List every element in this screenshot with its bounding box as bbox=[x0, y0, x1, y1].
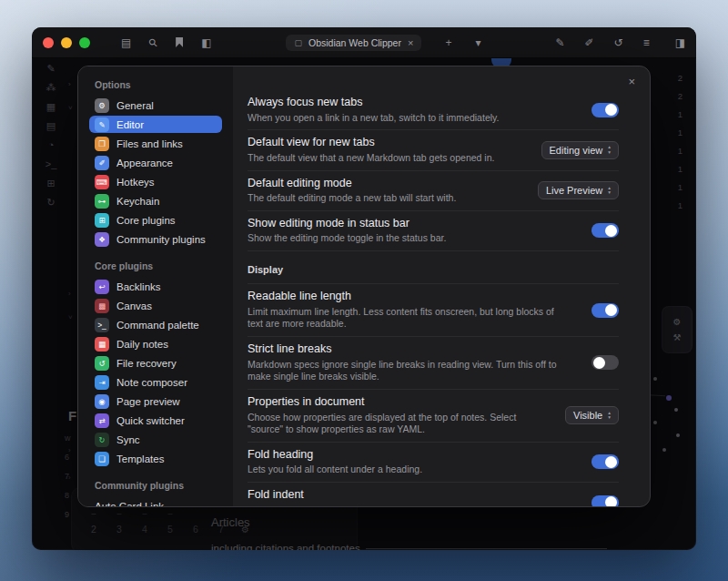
settings-tab-note-composer[interactable]: ⇥Note composer bbox=[89, 373, 222, 391]
core-plugins-icon: ⊞ bbox=[95, 213, 109, 228]
dropdown-default-editing-mode[interactable]: Live Preview▴▾ bbox=[538, 181, 619, 199]
page-preview-icon: ◉ bbox=[95, 394, 109, 409]
tab-obsidian-web-clipper[interactable]: ▢ Obsidian Web Clipper × bbox=[286, 35, 421, 51]
settings-tab-daily-notes[interactable]: ▦Daily notes bbox=[89, 335, 222, 352]
zoom-window-button[interactable] bbox=[79, 37, 90, 48]
setting-name: Fold heading bbox=[248, 448, 422, 463]
settings-content: × Always focus new tabsWhen you open a l… bbox=[233, 66, 650, 506]
quick-switcher-icon: ⇄ bbox=[95, 413, 109, 428]
dropdown-properties-in-document[interactable]: Visible▴▾ bbox=[565, 406, 619, 424]
setting-description: Markdown specs ignore single line breaks… bbox=[248, 359, 557, 383]
dropdown-value: Visible bbox=[573, 410, 602, 421]
sidebar-item-label: Page preview bbox=[116, 396, 180, 407]
traffic-lights bbox=[43, 37, 90, 48]
toggle-readable-line-length[interactable] bbox=[592, 303, 619, 318]
setting-row-default-editing-mode: Default editing modeThe default editing … bbox=[248, 170, 619, 210]
keychain-icon: ⊶ bbox=[95, 194, 109, 209]
sidebar-item-label: Core plugins bbox=[116, 215, 176, 226]
dropdown-chevrons-icon: ▴▾ bbox=[608, 186, 611, 196]
setting-name: Strict line breaks bbox=[248, 342, 557, 357]
sidebar-item-label: Hotkeys bbox=[116, 177, 155, 188]
templates-icon: ❏ bbox=[95, 452, 109, 466]
desktop-wallpaper: ▤⚲◧ ▢ Obsidian Web Clipper × + ▾ ✎✐↺≡ ◨ … bbox=[0, 0, 728, 581]
settings-tab-quick-switcher[interactable]: ⇄Quick switcher bbox=[89, 412, 222, 429]
settings-tab-file-recovery[interactable]: ↺File recovery bbox=[89, 354, 222, 372]
sidebar-item-label: Note composer bbox=[116, 377, 187, 388]
close-icon[interactable]: × bbox=[628, 75, 635, 88]
new-tab-button[interactable]: + bbox=[445, 37, 451, 48]
toggle-knob bbox=[605, 496, 617, 506]
setting-row-fold-heading: Fold headingLets you fold all content un… bbox=[248, 442, 619, 482]
sidebar-item-label: Templates bbox=[116, 454, 164, 464]
toggle-knob bbox=[605, 304, 617, 316]
toggle-always-focus-new-tabs[interactable] bbox=[592, 103, 619, 117]
tab-list-chevron-icon[interactable]: ▾ bbox=[475, 37, 480, 48]
dropdown-default-view-for-new-tabs[interactable]: Editing view▴▾ bbox=[541, 141, 619, 159]
setting-description: When you open a link in a new tab, switc… bbox=[248, 112, 499, 125]
minimize-window-button[interactable] bbox=[61, 37, 72, 48]
sidebar-section-header: Options bbox=[95, 79, 217, 90]
settings-tab-auto-card-link[interactable]: Auto Card Link bbox=[89, 497, 222, 507]
settings-tab-command-palette[interactable]: >_Command palette bbox=[89, 316, 222, 333]
setting-description: Lets you fold part of an indentation, su… bbox=[248, 505, 454, 506]
setting-description: Show the editing mode toggle in the stat… bbox=[248, 232, 446, 245]
sidebar-item-label: Quick switcher bbox=[116, 415, 185, 426]
edit-alt-icon[interactable]: ✐ bbox=[585, 37, 594, 48]
settings-tab-hotkeys[interactable]: ⌨Hotkeys bbox=[89, 173, 222, 190]
toggle-strict-line-breaks[interactable] bbox=[592, 355, 619, 370]
setting-name: Default editing mode bbox=[248, 177, 456, 191]
setting-name: Always focus new tabs bbox=[248, 96, 499, 110]
settings-tab-community-plugins[interactable]: ❖Community plugins bbox=[89, 230, 222, 248]
right-sidebar-toggle-icon[interactable]: ◨ bbox=[675, 36, 685, 49]
sidebar-item-label: Canvas bbox=[116, 301, 152, 311]
setting-name: Readable line length bbox=[248, 290, 557, 304]
file-recovery-icon: ↺ bbox=[95, 356, 109, 371]
settings-tab-files-and-links[interactable]: ❐Files and links bbox=[89, 135, 222, 152]
tab-close-icon[interactable]: × bbox=[408, 37, 413, 48]
note-composer-icon: ⇥ bbox=[95, 375, 109, 390]
settings-tab-canvas[interactable]: ▩Canvas bbox=[89, 297, 222, 314]
sidebar-item-label: Editor bbox=[116, 119, 144, 130]
sidebar-item-label: General bbox=[116, 100, 154, 111]
setting-row-show-editing-mode-in-status-bar: Show editing mode in status barShow the … bbox=[248, 210, 619, 250]
settings-tab-core-plugins[interactable]: ⊞Core plugins bbox=[89, 211, 222, 229]
sidebar-section-header: Community plugins bbox=[95, 480, 217, 491]
settings-tab-backlinks[interactable]: ↩Backlinks bbox=[89, 278, 222, 295]
close-window-button[interactable] bbox=[43, 37, 54, 48]
sidebar-item-label: Appearance bbox=[116, 158, 173, 168]
settings-sidebar: Options⚙General✎Editor❐Files and links✐A… bbox=[78, 66, 233, 506]
hotkeys-icon: ⌨ bbox=[95, 175, 109, 189]
dropdown-chevrons-icon: ▴▾ bbox=[608, 411, 611, 421]
sidebar-item-label: Auto Card Link bbox=[95, 501, 164, 508]
history-icon[interactable]: ↺ bbox=[614, 37, 623, 48]
edit-icon[interactable]: ✎ bbox=[555, 37, 564, 48]
toggle-fold-indent[interactable] bbox=[592, 495, 619, 506]
document-icon: ▢ bbox=[294, 38, 302, 47]
toggle-show-editing-mode-in-status-bar[interactable] bbox=[592, 223, 619, 238]
settings-tab-editor[interactable]: ✎Editor bbox=[89, 116, 222, 133]
toggle-fold-heading[interactable] bbox=[592, 454, 619, 469]
settings-tab-general[interactable]: ⚙General bbox=[89, 97, 222, 114]
general-icon: ⚙ bbox=[95, 98, 109, 113]
settings-tab-page-preview[interactable]: ◉Page preview bbox=[89, 392, 222, 410]
settings-tab-templates[interactable]: ❏Templates bbox=[89, 450, 222, 467]
sidebar-item-label: File recovery bbox=[116, 358, 177, 369]
editor-icon: ✎ bbox=[95, 117, 109, 132]
setting-row-properties-in-document: Properties in documentChoose how propert… bbox=[248, 389, 619, 442]
sidebar-item-label: Daily notes bbox=[116, 339, 168, 350]
setting-row-default-view-for-new-tabs: Default view for new tabsThe default vie… bbox=[248, 129, 619, 169]
settings-tab-sync[interactable]: ↻Sync bbox=[89, 431, 222, 448]
search-icon[interactable]: ⚲ bbox=[147, 36, 160, 49]
settings-tab-appearance[interactable]: ✐Appearance bbox=[89, 154, 222, 171]
sidebar-item-label: Command palette bbox=[116, 320, 199, 331]
toggle-knob bbox=[605, 225, 617, 237]
folder-icon[interactable]: ▤ bbox=[121, 37, 131, 48]
menu-icon[interactable]: ≡ bbox=[643, 37, 650, 48]
settings-tab-keychain[interactable]: ⊶Keychain bbox=[89, 192, 222, 209]
bookmark-icon[interactable] bbox=[176, 37, 183, 47]
section-header-display: Display bbox=[248, 251, 619, 283]
setting-row-always-focus-new-tabs: Always focus new tabsWhen you open a lin… bbox=[248, 90, 619, 129]
left-sidebar-toggle-icon[interactable]: ◧ bbox=[201, 37, 211, 48]
canvas-icon: ▩ bbox=[95, 299, 109, 313]
setting-row-readable-line-length: Readable line lengthLimit maximum line l… bbox=[248, 283, 619, 336]
